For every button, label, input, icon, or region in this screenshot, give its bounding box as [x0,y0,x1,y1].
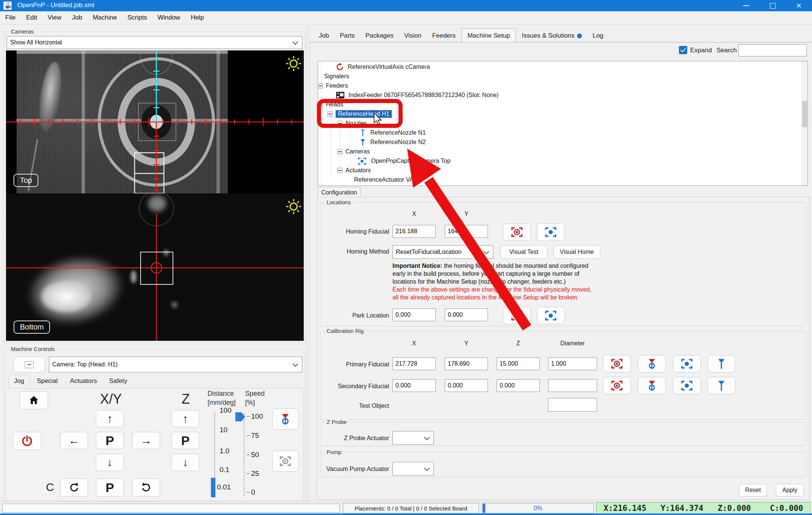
tab-issues-solutions[interactable]: Issues & Solutions [517,29,586,42]
jog-target-select[interactable]: Camera: Top (Head: H1) [49,357,302,372]
tree-row-actuators[interactable]: Actuators [337,166,371,175]
jog-z-minus-button[interactable]: ↓ [171,454,199,471]
tree-scrollbar[interactable] [801,61,807,185]
move-camera-to-location-button[interactable] [537,307,565,324]
jog-z-plus-button[interactable]: ↑ [171,410,199,427]
power-button[interactable] [13,432,41,450]
tree-row-heads[interactable]: Heads [318,100,343,109]
homing-fiducial-x-input[interactable] [392,225,436,238]
home-button[interactable] [20,391,48,409]
menu-view[interactable]: View [42,14,67,21]
collapse-expander-icon[interactable] [318,83,323,88]
park-xy-button[interactable]: P [96,432,124,449]
capture-camera-location-button[interactable] [603,355,631,372]
tab-configuration[interactable]: Configuration [318,187,361,197]
capture-camera-location-button[interactable] [503,223,531,241]
menu-help[interactable]: Help [185,14,209,21]
jog-y-minus-button[interactable]: ↓ [96,454,124,471]
homing-fiducial-y-input[interactable] [445,225,488,238]
minimize-button[interactable] [733,0,759,11]
secondary-x-input[interactable] [392,379,436,392]
menu-edit[interactable]: Edit [21,14,42,21]
menu-machine[interactable]: Machine [88,14,122,21]
tree-row-openpnp-capture-camera[interactable]: OpenPnpCaptureCamera Top [357,156,450,166]
capture-nozzle-location-button[interactable] [638,355,666,372]
collapse-expander-icon[interactable] [318,102,323,107]
tree-row-cameras[interactable]: Cameras [337,147,370,156]
apply-button[interactable]: Apply [776,484,804,497]
menu-file[interactable]: File [0,14,21,21]
expand-checkbox[interactable] [679,46,687,54]
tree-row-reference-head-h1[interactable]: ReferenceHead H1 [327,109,392,118]
reset-button[interactable]: Reset [739,484,767,497]
close-button[interactable]: × [786,0,812,11]
collapse-controls-button[interactable] [14,357,45,372]
tab-log[interactable]: Log [588,29,608,42]
capture-nozzle-location-button[interactable] [638,377,666,394]
tab-jog[interactable]: Jog [8,375,30,387]
primary-z-input[interactable] [497,357,540,370]
move-nozzle-to-location-button[interactable] [707,377,735,394]
collapse-expander-icon[interactable] [327,111,333,117]
position-camera-button[interactable] [272,451,298,472]
move-camera-to-location-button[interactable] [673,377,701,394]
tree-row-feeders[interactable]: Feeders [318,81,348,90]
menu-job[interactable]: Job [67,14,87,21]
panel-splitter[interactable] [306,24,310,501]
tree-row-reference-virtual-axis[interactable]: ReferenceVirtualAxis cCamera [336,62,430,71]
camera-view-top[interactable]: Top [6,50,304,193]
park-y-input[interactable] [445,308,488,321]
move-nozzle-to-location-button[interactable] [707,355,735,372]
tree-row-signalers[interactable]: Signalers [324,72,349,81]
park-c-button[interactable]: P [96,479,124,497]
test-object-input[interactable] [548,398,597,412]
secondary-y-input[interactable] [445,379,488,392]
visual-test-button[interactable]: Visual Test [500,245,547,259]
z-probe-actuator-select[interactable] [392,431,434,445]
camera-view-bottom[interactable]: Bottom [6,193,304,341]
rotate-ccw-button[interactable] [60,479,88,497]
position-nozzle-button[interactable] [272,409,298,430]
move-camera-to-location-button[interactable] [673,355,701,372]
tree-scrollbar-thumb[interactable] [802,101,807,127]
capture-camera-location-button[interactable] [603,377,631,394]
tree-row-nozzles[interactable]: Nozzles [337,119,367,128]
jog-x-minus-button[interactable]: ← [60,432,88,449]
park-x-input[interactable] [392,308,436,321]
tab-parts[interactable]: Parts [335,29,359,42]
tab-packages[interactable]: Packages [361,29,398,42]
vacuum-pump-actuator-select[interactable] [392,462,434,476]
move-camera-to-location-button[interactable] [537,223,565,241]
tab-feeders[interactable]: Feeders [428,29,460,42]
collapse-expander-icon[interactable] [337,149,342,154]
rotate-cw-button[interactable] [132,479,160,497]
tree-row-reference-actuator-vac1[interactable]: ReferenceActuator VAC1 [354,175,421,184]
visual-home-button[interactable]: Visual Home [553,245,600,259]
jog-y-plus-button[interactable]: ↑ [96,410,124,427]
tree-row-reference-nozzle-n2[interactable]: ReferenceNozzle N2 [359,138,426,147]
tab-special[interactable]: Special [32,375,63,387]
camera-light-icon[interactable] [285,55,302,72]
tree-row-reference-nozzle-n1[interactable]: ReferenceNozzle N1 [359,128,426,137]
homing-method-select[interactable]: ResetToFiducialLocation [392,245,493,259]
search-input[interactable] [738,44,807,56]
secondary-diameter-input[interactable] [548,379,597,392]
tree-row-indexfeeder[interactable]: IndexFeeder 0670FF565457888367212340 (Sl… [336,91,498,100]
tab-job[interactable]: Job [314,29,333,42]
capture-camera-location-button[interactable] [503,307,531,324]
camera-light-icon[interactable] [285,198,302,215]
collapse-expander-icon[interactable] [337,168,342,173]
menu-window[interactable]: Window [152,14,185,21]
primary-diameter-input[interactable] [548,357,597,370]
tab-actuators[interactable]: Actuators [65,375,102,387]
menu-scripts[interactable]: Scripts [122,14,152,21]
collapse-expander-icon[interactable] [337,121,342,126]
primary-y-input[interactable] [445,357,488,370]
maximize-button[interactable] [759,0,786,11]
speed-slider[interactable] [244,414,245,496]
tab-vision[interactable]: Vision [400,29,426,42]
park-z-button[interactable]: P [171,432,199,449]
tab-safety[interactable]: Safety [104,375,132,387]
jog-x-plus-button[interactable]: → [132,432,160,449]
secondary-z-input[interactable] [497,379,540,392]
